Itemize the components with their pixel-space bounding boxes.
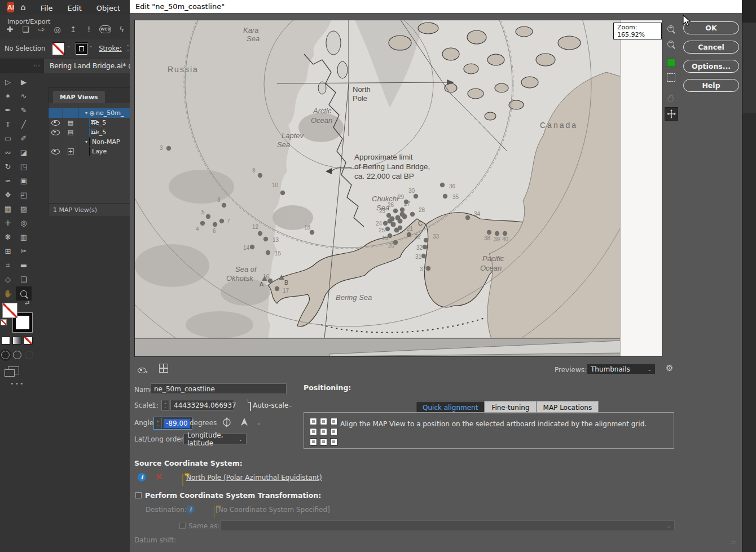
alignment-grid-cell[interactable] [330, 418, 337, 425]
document-tab[interactable]: Bering Land Bridge.ai* @ 64,83 [44, 59, 130, 73]
paintbrush-tool[interactable]: ✐ [16, 131, 32, 145]
fill-swatch-large[interactable] [2, 303, 17, 318]
chevron-cell[interactable]: ▾ [78, 137, 89, 147]
perspective-grid-tool[interactable]: ◰ [16, 188, 32, 202]
draw-inside-icon[interactable] [25, 351, 33, 359]
shape-builder-tool[interactable]: ❖ [0, 188, 16, 202]
illustrator-logo[interactable]: Ai [7, 2, 14, 12]
shaper-tool[interactable]: ∾ [0, 145, 16, 160]
import-document-icon[interactable]: ✚ [5, 25, 15, 34]
map-preview[interactable]: KaraSeaRussiaNorthPoleArcticOceanLaptevS… [134, 20, 662, 357]
tab-map-locations[interactable]: MAP Locations [537, 401, 599, 413]
map-views-row[interactable]: ▤ne_5 [49, 127, 130, 137]
change-screen-mode-icon[interactable] [8, 366, 19, 374]
export-upload-icon[interactable]: ↥ [68, 25, 78, 34]
visibility-dropdown-icon[interactable]: ▾ [146, 370, 148, 374]
angle-input[interactable]: ⌃⌄ -89,00 [153, 417, 192, 430]
draw-normal-icon[interactable] [1, 351, 10, 359]
color-fill-button[interactable] [1, 337, 10, 345]
auto-scale-page-icon[interactable] [250, 399, 251, 411]
transform-checkbox[interactable] [135, 492, 142, 498]
north-arrow-icon[interactable] [240, 418, 248, 426]
menu-item-edit[interactable]: Edit [68, 4, 82, 12]
transform-checkbox-label[interactable]: Perform Coordinate System Transformation… [145, 491, 321, 500]
cs-library-icon[interactable] [182, 474, 183, 486]
stroke-label[interactable]: Stroke: [99, 45, 122, 52]
anchor-point-tool[interactable]: ◇ [0, 272, 16, 286]
alignment-grid-cell[interactable] [320, 428, 327, 435]
menu-item-object[interactable]: Object [96, 4, 120, 12]
menu-item-file[interactable]: File [41, 4, 53, 12]
rotation-compass-icon[interactable] [222, 417, 232, 427]
alignment-grid-cell[interactable] [330, 428, 337, 435]
map-views-row[interactable]: ▾Non-MAP [49, 137, 130, 147]
alignment-grid-cell[interactable] [310, 428, 317, 435]
none-fill-button[interactable] [24, 337, 33, 345]
stroke-color-swatch[interactable] [76, 43, 87, 55]
cancel-button[interactable]: Cancel [683, 41, 739, 54]
source-cs-link[interactable]: North Pole (Polar Azimuthal Equidistant) [186, 474, 322, 482]
symbol-sprayer-tool[interactable]: ❋ [0, 230, 16, 244]
preview-zoom-out-button[interactable]: − [665, 38, 677, 50]
map-views-row[interactable]: ▾⊕ne_50m_ [49, 108, 130, 118]
name-input[interactable]: ne_50m_coastline [151, 383, 287, 394]
map-views-row[interactable]: ▤ne_5 [49, 118, 130, 127]
blend-tool[interactable]: ◎ [16, 216, 32, 230]
rectangle-tool[interactable]: ▭ [0, 131, 16, 145]
swap-fill-stroke-icon[interactable]: ⇄ [25, 299, 29, 306]
fill-color-swatch[interactable] [52, 42, 65, 55]
north-arrow-dropdown-icon[interactable]: ⌄ [257, 420, 261, 426]
previews-dropdown[interactable]: Thumbnails⌄ [587, 364, 656, 374]
alignment-grid-cell[interactable] [310, 418, 317, 425]
measure-tool[interactable]: ❑ [16, 272, 32, 286]
plus-icon[interactable]: + [63, 147, 78, 156]
doc-icon[interactable]: ▤ [63, 127, 78, 137]
alignment-grid-cell[interactable] [320, 438, 327, 445]
settings-gear-icon[interactable]: ⚙ [666, 363, 673, 373]
column-graph-tool[interactable]: ▥ [16, 230, 32, 244]
doc-icon[interactable]: ▤ [63, 118, 78, 127]
tab-quick-alignment[interactable]: Quick alignment [416, 401, 485, 413]
rotate-tool[interactable]: ↻ [0, 160, 16, 174]
slice-tool[interactable]: ✂ [16, 244, 32, 258]
help-button[interactable]: Help [683, 79, 739, 92]
knife-tool[interactable]: ⌗ [0, 258, 16, 272]
import-multiple-icon[interactable]: ❏ [20, 25, 31, 34]
eraser-tool[interactable]: ◪ [16, 145, 32, 160]
auto-scale-label[interactable]: Auto-scale [253, 401, 288, 409]
georeference-icon[interactable]: ◎ [52, 25, 63, 34]
alignment-grid-cell[interactable] [330, 438, 337, 445]
dialog-title-bar[interactable]: Edit "ne_50m_coastline" [130, 0, 742, 13]
scale-tool[interactable]: ◳ [16, 160, 32, 174]
pen-tool[interactable]: ✒ [0, 103, 16, 117]
preview-hand-tool[interactable] [665, 91, 677, 104]
hand-tool[interactable]: ✋ [0, 286, 16, 301]
lasso-tool[interactable]: ∿ [16, 89, 32, 103]
alignment-grid-cell[interactable] [320, 418, 327, 425]
mesh-tool[interactable]: ▦ [0, 202, 16, 216]
preview-zoom-in-button[interactable]: + [665, 23, 677, 35]
home-icon[interactable]: ⌂ [20, 2, 26, 12]
toolbar-more-icon[interactable]: ••• [10, 380, 24, 387]
default-swatches-icon[interactable] [1, 319, 7, 325]
direct-selection-tool[interactable]: ▷ [0, 75, 16, 89]
tab-fine-tuning[interactable]: Fine-tuning [485, 401, 536, 413]
dialog-resize-grip[interactable]: .:: [730, 540, 738, 548]
preview-fit-button[interactable] [665, 71, 677, 83]
export-device-icon[interactable]: ! [83, 25, 94, 34]
preview-move-tool[interactable] [665, 107, 678, 121]
cs-remove-icon[interactable]: ✕ [155, 471, 162, 482]
visibility-eye-icon[interactable] [49, 127, 63, 137]
alignment-grid-cell[interactable] [310, 438, 317, 445]
latlong-order-dropdown[interactable]: Longitude, latitude⌄ [183, 434, 247, 444]
artboard-grid-icon[interactable] [159, 364, 168, 373]
selection-tool[interactable]: ▶ [16, 75, 32, 89]
options-button[interactable]: Options... [683, 60, 739, 73]
preview-visibility-icon[interactable] [138, 368, 146, 373]
export-document-icon[interactable]: ⇨ [36, 25, 47, 34]
free-transform-tool[interactable]: ▣ [16, 174, 32, 188]
map-views-tab[interactable]: MAP Views [53, 91, 105, 103]
scale-input[interactable]: 44433294,066937 [170, 400, 234, 410]
quick-export-icon[interactable]: ϟ [116, 25, 127, 34]
auto-scale-dropdown-icon[interactable]: ⌄ [288, 403, 293, 408]
